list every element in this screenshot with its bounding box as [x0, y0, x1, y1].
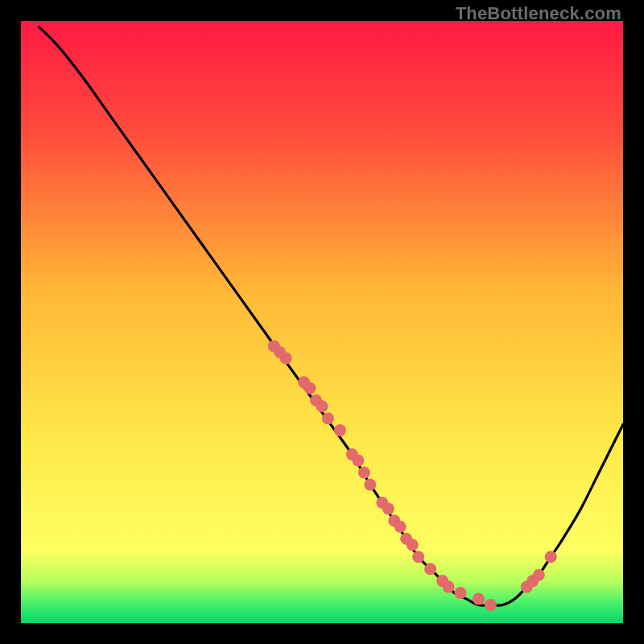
scatter-dot [280, 352, 292, 364]
scatter-dot [316, 400, 328, 412]
scatter-dot [412, 551, 424, 563]
scatter-dot [394, 521, 407, 533]
scatter-dot [473, 593, 485, 605]
scatter-dot [304, 382, 316, 394]
bottleneck-chart [21, 21, 623, 623]
gradient-bg [21, 21, 623, 623]
scatter-dot [334, 424, 346, 436]
scatter-dot [322, 412, 334, 424]
scatter-dot [455, 587, 467, 599]
plot-frame [21, 21, 623, 623]
scatter-dot [485, 599, 497, 611]
watermark-text: TheBottleneck.com [456, 3, 621, 24]
scatter-dot [364, 479, 376, 491]
scatter-dot [443, 581, 455, 593]
scatter-dot [533, 569, 545, 581]
scatter-dot [424, 563, 436, 575]
scatter-dot [358, 467, 370, 479]
scatter-dot [407, 539, 419, 551]
scatter-dot [382, 502, 394, 514]
scatter-dot [545, 551, 557, 563]
scatter-dot [352, 455, 364, 467]
